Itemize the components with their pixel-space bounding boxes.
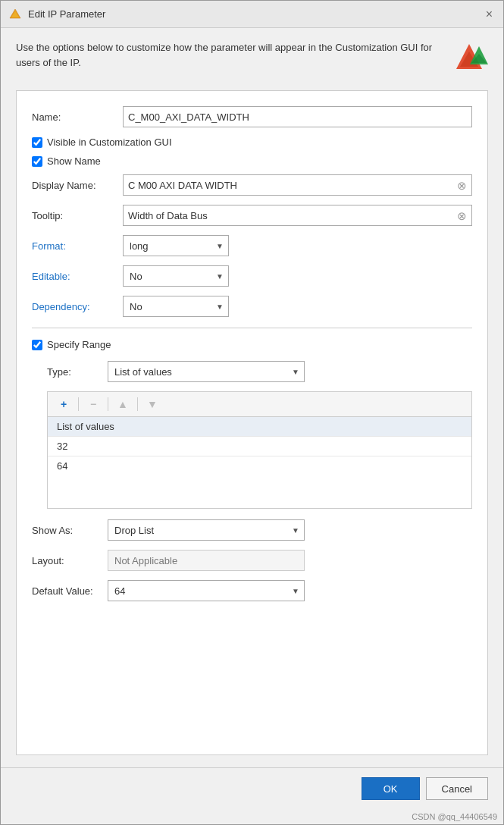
show-as-row: Show As: Drop List Radio Buttons ▼ bbox=[32, 519, 472, 541]
tooltip-input-wrapper: ⊗ bbox=[123, 205, 472, 226]
tooltip-clear-button[interactable]: ⊗ bbox=[455, 210, 468, 221]
show-name-checkbox-row: Show Name bbox=[32, 155, 472, 167]
visible-checkbox[interactable] bbox=[32, 137, 42, 148]
edit-ip-parameter-dialog: Edit IP Parameter × Use the options belo… bbox=[0, 0, 504, 825]
visible-label: Visible in Customization GUI bbox=[47, 136, 172, 148]
app-icon bbox=[8, 8, 22, 21]
default-value-select-wrapper: 64 32 ▼ bbox=[108, 580, 305, 601]
values-table-container: + − ▲ ▼ List of values 32 64 bbox=[47, 391, 472, 509]
type-label: Type: bbox=[47, 366, 108, 378]
up-arrow-icon: ▲ bbox=[117, 398, 128, 410]
dependency-row: Dependency: No Yes ▼ bbox=[32, 296, 472, 317]
down-arrow-icon: ▼ bbox=[147, 398, 158, 410]
toolbar-separator-1 bbox=[78, 397, 79, 411]
layout-input bbox=[108, 550, 305, 571]
list-item[interactable]: 64 bbox=[48, 456, 471, 475]
title-bar: Edit IP Parameter × bbox=[1, 1, 503, 28]
display-name-clear-button[interactable]: ⊗ bbox=[455, 180, 468, 191]
editable-label: Editable: bbox=[32, 271, 123, 282]
visible-checkbox-row: Visible in Customization GUI bbox=[32, 136, 472, 148]
default-value-select[interactable]: 64 32 bbox=[108, 581, 304, 601]
watermark: CSDN @qq_44406549 bbox=[1, 809, 503, 824]
specify-range-label: Specify Range bbox=[47, 339, 111, 350]
ok-button[interactable]: OK bbox=[362, 777, 420, 800]
tooltip-label: Tooltip: bbox=[32, 210, 123, 221]
intro-section: Use the options below to customize how t… bbox=[16, 40, 488, 78]
divider bbox=[32, 328, 472, 328]
values-list: List of values 32 64 bbox=[48, 417, 471, 508]
type-row: Type: List of values Range of integers R… bbox=[47, 361, 472, 382]
dependency-select-wrapper: No Yes ▼ bbox=[123, 296, 229, 317]
close-button[interactable]: × bbox=[483, 7, 496, 22]
type-select-wrapper: List of values Range of integers Range o… bbox=[108, 361, 305, 382]
layout-label: Layout: bbox=[32, 555, 108, 566]
add-value-button[interactable]: + bbox=[54, 395, 74, 413]
default-value-row: Default Value: 64 32 ▼ bbox=[32, 580, 472, 601]
name-input[interactable] bbox=[123, 106, 472, 127]
editable-row: Editable: No Yes ▼ bbox=[32, 265, 472, 287]
show-as-select[interactable]: Drop List Radio Buttons bbox=[108, 520, 304, 540]
main-panel: Name: Visible in Customization GUI Show … bbox=[16, 90, 488, 755]
list-item[interactable]: 32 bbox=[48, 436, 471, 456]
display-name-input-wrapper: ⊗ bbox=[123, 174, 472, 196]
toolbar-separator-2 bbox=[108, 397, 108, 411]
display-name-label: Display Name: bbox=[32, 180, 123, 191]
display-name-input[interactable] bbox=[128, 180, 455, 191]
show-as-select-wrapper: Drop List Radio Buttons ▼ bbox=[108, 519, 305, 541]
type-select[interactable]: List of values Range of integers Range o… bbox=[108, 362, 304, 381]
format-row: Format: long string bitString bool ▼ bbox=[32, 235, 472, 256]
move-down-button[interactable]: ▼ bbox=[142, 395, 162, 413]
values-toolbar: + − ▲ ▼ bbox=[48, 392, 471, 417]
format-label: Format: bbox=[32, 240, 123, 252]
cancel-button[interactable]: Cancel bbox=[426, 777, 488, 800]
show-name-label: Show Name bbox=[47, 155, 101, 167]
display-name-row: Display Name: ⊗ bbox=[32, 174, 472, 196]
layout-row: Layout: bbox=[32, 550, 472, 571]
title-bar-left: Edit IP Parameter bbox=[8, 8, 105, 21]
editable-select[interactable]: No Yes bbox=[124, 266, 228, 286]
editable-select-wrapper: No Yes ▼ bbox=[123, 265, 229, 287]
dialog-footer: OK Cancel bbox=[1, 767, 503, 809]
values-list-header: List of values bbox=[48, 417, 471, 436]
remove-value-button[interactable]: − bbox=[83, 395, 103, 413]
dialog-title: Edit IP Parameter bbox=[28, 8, 105, 20]
show-name-checkbox[interactable] bbox=[32, 156, 42, 167]
dependency-label: Dependency: bbox=[32, 301, 123, 312]
dialog-body: Use the options below to customize how t… bbox=[1, 28, 503, 767]
intro-text: Use the options below to customize how t… bbox=[16, 40, 443, 70]
tooltip-input[interactable] bbox=[128, 210, 455, 221]
move-up-button[interactable]: ▲ bbox=[113, 395, 133, 413]
visible-label-text: Visible in Customization GUI bbox=[47, 136, 172, 148]
show-as-label: Show As: bbox=[32, 525, 108, 536]
toolbar-separator-3 bbox=[137, 397, 138, 411]
default-value-label: Default Value: bbox=[32, 585, 108, 597]
specify-range-row: Specify Range bbox=[32, 339, 472, 350]
specify-range-checkbox[interactable] bbox=[32, 340, 42, 350]
dependency-select[interactable]: No Yes bbox=[124, 296, 228, 316]
name-label: Name: bbox=[32, 111, 123, 123]
brand-logo bbox=[450, 40, 488, 78]
format-select[interactable]: long string bitString bool bbox=[124, 236, 228, 256]
format-select-wrapper: long string bitString bool ▼ bbox=[123, 235, 229, 256]
tooltip-row: Tooltip: ⊗ bbox=[32, 205, 472, 226]
name-row: Name: bbox=[32, 106, 472, 127]
